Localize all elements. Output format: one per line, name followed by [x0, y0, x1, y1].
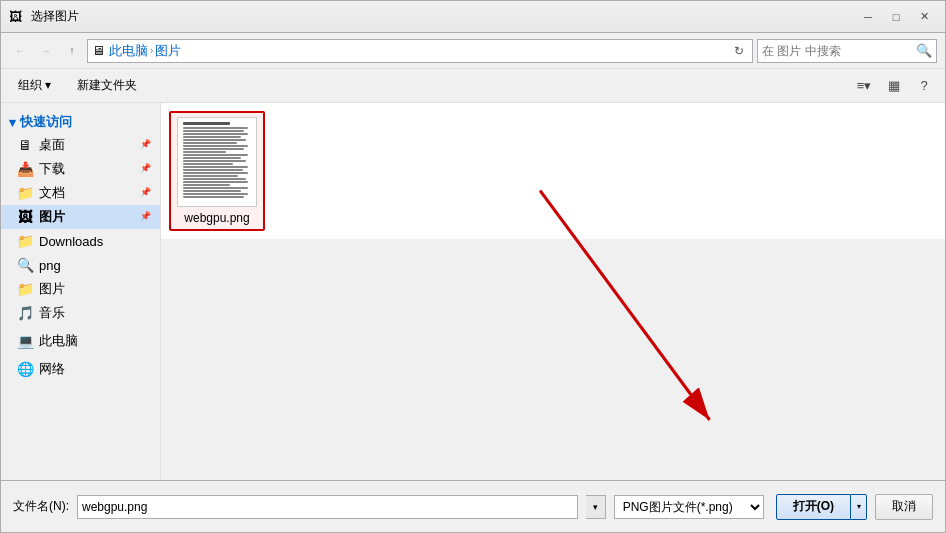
title-controls: ─ □ ✕ — [855, 7, 937, 27]
pictures-icon: 🖼 — [17, 209, 33, 225]
open-split-button[interactable]: ▾ — [851, 494, 867, 520]
pin-icon: 📌 — [140, 139, 152, 151]
sidebar-pictures2-label: 图片 — [39, 280, 152, 298]
file-area: webgpu.png — [161, 103, 945, 239]
sidebar-pictures-label: 图片 — [39, 208, 134, 226]
title-bar-left: 🖼 选择图片 — [9, 8, 79, 25]
sidebar-this-pc-label: 此电脑 — [39, 332, 152, 350]
pictures2-icon: 📁 — [17, 281, 33, 297]
address-path: 此电脑 › 图片 — [109, 42, 726, 60]
sidebar-music-label: 音乐 — [39, 304, 152, 322]
png-icon: 🔍 — [17, 257, 33, 273]
sidebar-item-network[interactable]: 🌐 网络 — [1, 357, 160, 381]
this-pc-section: 💻 此电脑 — [1, 329, 160, 353]
sidebar-item-desktop[interactable]: 🖥 桌面 📌 — [1, 133, 160, 157]
filename-input[interactable] — [77, 495, 578, 519]
quick-access-section: ▾ 快速访问 🖥 桌面 📌 📥 下载 📌 📁 文档 📌 — [1, 111, 160, 325]
address-icon: 🖥 — [92, 43, 105, 58]
thumbnail-content — [178, 118, 256, 202]
sidebar-item-pictures[interactable]: 🖼 图片 📌 — [1, 205, 160, 229]
file-dialog: 🖼 选择图片 ─ □ ✕ ← → ↑ 🖥 此电脑 › 图片 ↻ 🔍 组织 ▾ — [0, 0, 946, 533]
quick-access-expand-icon: ▾ — [9, 115, 16, 130]
filetype-select[interactable]: PNG图片文件(*.png) — [614, 495, 764, 519]
sidebar-network-label: 网络 — [39, 360, 152, 378]
new-folder-button[interactable]: 新建文件夹 — [68, 74, 146, 98]
close-button[interactable]: ✕ — [911, 7, 937, 27]
sidebar-item-png[interactable]: 🔍 png — [1, 253, 160, 277]
sidebar-documents-label: 文档 — [39, 184, 134, 202]
quick-access-header[interactable]: ▾ 快速访问 — [1, 111, 160, 133]
sidebar: ▾ 快速访问 🖥 桌面 📌 📥 下载 📌 📁 文档 📌 — [1, 103, 161, 480]
pane-button[interactable]: ▦ — [881, 74, 907, 98]
sidebar-item-downloads2[interactable]: 📁 Downloads — [1, 229, 160, 253]
sidebar-item-downloads[interactable]: 📥 下载 📌 — [1, 157, 160, 181]
filename-dropdown-button[interactable]: ▾ — [586, 495, 606, 519]
open-button-group: 打开(O) ▾ — [776, 494, 867, 520]
organize-button[interactable]: 组织 ▾ — [9, 74, 60, 98]
sidebar-item-documents[interactable]: 📁 文档 📌 — [1, 181, 160, 205]
pin-icon-4: 📌 — [140, 211, 152, 223]
title-bar: 🖼 选择图片 ─ □ ✕ — [1, 1, 945, 33]
address-bar: 🖥 此电脑 › 图片 ↻ — [87, 39, 753, 63]
action-toolbar: 组织 ▾ 新建文件夹 ≡▾ ▦ ? — [1, 69, 945, 103]
view-button[interactable]: ≡▾ — [851, 74, 877, 98]
search-icon: 🔍 — [916, 43, 932, 58]
downloads2-icon: 📁 — [17, 233, 33, 249]
sidebar-item-pictures2[interactable]: 📁 图片 — [1, 277, 160, 301]
sidebar-png-label: png — [39, 258, 152, 273]
maximize-button[interactable]: □ — [883, 7, 909, 27]
main-content: ▾ 快速访问 🖥 桌面 📌 📥 下载 📌 📁 文档 📌 — [1, 103, 945, 480]
search-input[interactable] — [762, 44, 912, 58]
desktop-icon: 🖥 — [17, 137, 33, 153]
pin-icon-2: 📌 — [140, 163, 152, 175]
network-icon: 🌐 — [17, 361, 33, 377]
downloads-icon: 📥 — [17, 161, 33, 177]
refresh-button[interactable]: ↻ — [730, 42, 748, 60]
sidebar-desktop-label: 桌面 — [39, 136, 134, 154]
quick-access-label: 快速访问 — [20, 113, 72, 131]
filetype-select-container: PNG图片文件(*.png) — [614, 495, 764, 519]
path-segment-pictures[interactable]: 图片 — [155, 42, 181, 60]
sidebar-downloads-label: 下载 — [39, 160, 134, 178]
file-item-webgpu[interactable]: webgpu.png — [169, 111, 265, 231]
this-pc-icon: 💻 — [17, 333, 33, 349]
up-button[interactable]: ↑ — [61, 40, 83, 62]
bottom-bar: 文件名(N): ▾ PNG图片文件(*.png) 打开(O) ▾ 取消 — [1, 480, 945, 532]
file-thumbnail-webgpu — [177, 117, 257, 207]
sidebar-item-music[interactable]: 🎵 音乐 — [1, 301, 160, 325]
file-name-webgpu: webgpu.png — [184, 211, 249, 225]
network-section: 🌐 网络 — [1, 357, 160, 381]
navigation-toolbar: ← → ↑ 🖥 此电脑 › 图片 ↻ 🔍 — [1, 33, 945, 69]
open-button[interactable]: 打开(O) — [776, 494, 851, 520]
dialog-title: 选择图片 — [31, 8, 79, 25]
path-segment-pc[interactable]: 此电脑 — [109, 42, 148, 60]
documents-icon: 📁 — [17, 185, 33, 201]
minimize-button[interactable]: ─ — [855, 7, 881, 27]
path-sep-1: › — [150, 45, 153, 56]
pin-icon-3: 📌 — [140, 187, 152, 199]
file-area-wrapper: webgpu.png — [161, 103, 945, 480]
view-controls: ≡▾ ▦ ? — [851, 74, 937, 98]
help-button[interactable]: ? — [911, 74, 937, 98]
sidebar-item-this-pc[interactable]: 💻 此电脑 — [1, 329, 160, 353]
search-box: 🔍 — [757, 39, 937, 63]
back-button[interactable]: ← — [9, 40, 31, 62]
forward-button[interactable]: → — [35, 40, 57, 62]
music-icon: 🎵 — [17, 305, 33, 321]
sidebar-downloads2-label: Downloads — [39, 234, 152, 249]
filename-label: 文件名(N): — [13, 498, 69, 515]
cancel-button[interactable]: 取消 — [875, 494, 933, 520]
dialog-icon: 🖼 — [9, 9, 25, 25]
